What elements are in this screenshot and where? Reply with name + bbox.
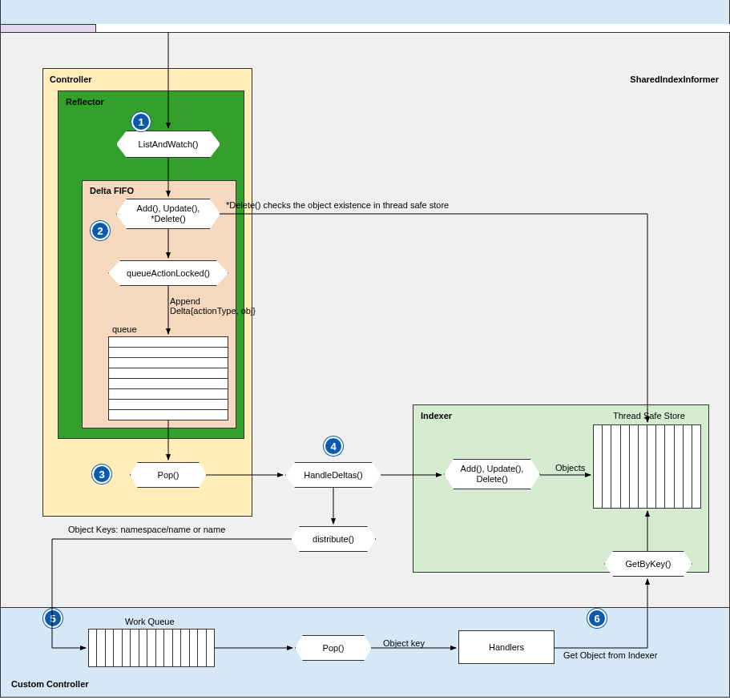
handle-deltas-node: HandleDeltas() (285, 462, 381, 488)
controller-label: Controller (50, 74, 92, 84)
badge-3: 3 (92, 465, 111, 484)
distribute-node: distribute() (291, 526, 376, 552)
badge-6: 6 (587, 609, 607, 628)
get-by-key-node: GetByKey() (604, 551, 692, 577)
shared-index-informer-label: SharedIndexInformer (630, 74, 719, 84)
custom-controller-label: Custom Controller (11, 679, 89, 689)
queue-label: queue (112, 324, 137, 334)
badge-5: 5 (43, 609, 63, 628)
add-update-delete-node: Add(), Update(), *Delete() (116, 199, 220, 229)
objects-label: Objects (555, 463, 585, 473)
badge-4: 4 (324, 436, 343, 456)
object-key-label: Object key (383, 638, 425, 648)
work-queue (88, 629, 215, 667)
indexer-label: Indexer (421, 411, 452, 420)
handlers-box: Handlers (458, 630, 555, 664)
list-and-watch-node: ListAndWatch() (116, 131, 220, 158)
append-delta-label: Append Delta{actionType, obj} (170, 296, 256, 316)
work-queue-label: Work Queue (125, 617, 175, 626)
pop-node: Pop() (130, 462, 207, 488)
delete-note-label: *Delete() checks the object existence in… (226, 200, 449, 210)
badge-1: 1 (131, 112, 151, 131)
queue-action-locked-node: queueActionLocked() (108, 260, 228, 286)
thread-safe-store-label: Thread Safe Store (613, 411, 685, 420)
delta-fifo-label: Delta FIFO (90, 186, 134, 195)
thread-safe-store (593, 424, 701, 509)
object-keys-label: Object Keys: namespace/name or name (68, 525, 225, 534)
pop2-node: Pop() (295, 635, 372, 661)
reflector-label: Reflector (66, 97, 104, 107)
get-object-label: Get Object from Indexer (563, 650, 657, 660)
custom-controller-overlay (0, 0, 730, 24)
fifo-queue-stack (108, 336, 228, 420)
badge-2: 2 (91, 221, 110, 240)
indexer-ops-node: Add(), Update(), Delete() (444, 459, 540, 489)
